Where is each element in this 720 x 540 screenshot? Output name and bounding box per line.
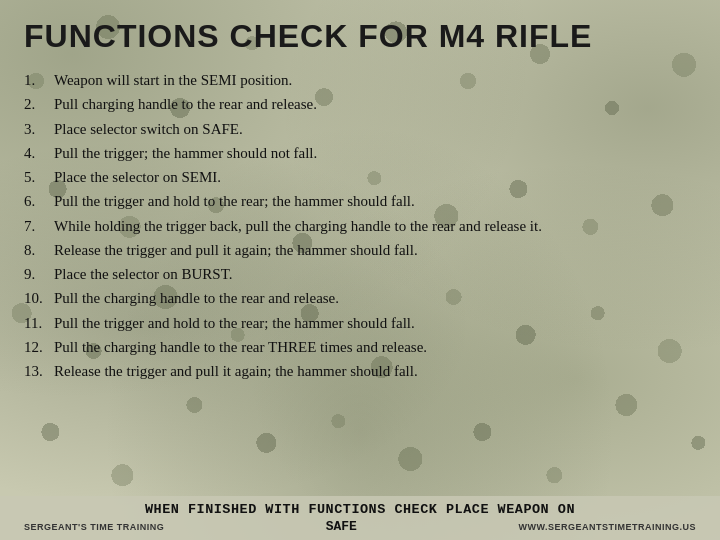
list-item: 9.Place the selector on BURST. xyxy=(24,263,696,286)
step-text: Release the trigger and pull it again; t… xyxy=(54,239,696,262)
footer-bottom-row: SERGEANT'S TIME TRAINING SAFE WWW.SERGEA… xyxy=(24,519,696,534)
step-number: 1. xyxy=(24,69,54,92)
page-title: FUNCTIONS CHECK FOR M4 RIFLE xyxy=(24,18,696,55)
list-item: 1.Weapon will start in the SEMI position… xyxy=(24,69,696,92)
step-text: Place the selector on SEMI. xyxy=(54,166,696,189)
list-item: 12.Pull the charging handle to the rear … xyxy=(24,336,696,359)
footer-safe: SAFE xyxy=(326,519,357,534)
footer: WHEN FINISHED WITH FUNCTIONS CHECK PLACE… xyxy=(0,496,720,540)
step-number: 11. xyxy=(24,312,54,335)
step-number: 12. xyxy=(24,336,54,359)
step-text: Pull the charging handle to the rear and… xyxy=(54,287,696,310)
step-text: Weapon will start in the SEMI position. xyxy=(54,69,696,92)
step-text: Place selector switch on SAFE. xyxy=(54,118,696,141)
step-number: 6. xyxy=(24,190,54,213)
footer-logo-left: SERGEANT'S TIME TRAINING xyxy=(24,522,164,532)
list-item: 3.Place selector switch on SAFE. xyxy=(24,118,696,141)
list-item: 13.Release the trigger and pull it again… xyxy=(24,360,696,383)
step-text: Pull the trigger and hold to the rear; t… xyxy=(54,190,696,213)
list-item: 8.Release the trigger and pull it again;… xyxy=(24,239,696,262)
step-number: 8. xyxy=(24,239,54,262)
step-text: Place the selector on BURST. xyxy=(54,263,696,286)
step-text: Pull charging handle to the rear and rel… xyxy=(54,93,696,116)
step-number: 7. xyxy=(24,215,54,238)
list-item: 2.Pull charging handle to the rear and r… xyxy=(24,93,696,116)
step-number: 13. xyxy=(24,360,54,383)
step-number: 5. xyxy=(24,166,54,189)
list-item: 11.Pull the trigger and hold to the rear… xyxy=(24,312,696,335)
step-number: 2. xyxy=(24,93,54,116)
list-item: 7.While holding the trigger back, pull t… xyxy=(24,215,696,238)
footer-line1: WHEN FINISHED WITH FUNCTIONS CHECK PLACE… xyxy=(24,502,696,517)
footer-logo-right: WWW.SERGEANTSTIMETRAINING.US xyxy=(519,522,697,532)
list-item: 6.Pull the trigger and hold to the rear;… xyxy=(24,190,696,213)
main-content: FUNCTIONS CHECK FOR M4 RIFLE 1.Weapon wi… xyxy=(0,0,720,394)
list-item: 4.Pull the trigger; the hammer should no… xyxy=(24,142,696,165)
step-number: 4. xyxy=(24,142,54,165)
step-number: 10. xyxy=(24,287,54,310)
step-text: Pull the charging handle to the rear THR… xyxy=(54,336,696,359)
step-text: Pull the trigger; the hammer should not … xyxy=(54,142,696,165)
step-text: Release the trigger and pull it again; t… xyxy=(54,360,696,383)
step-number: 9. xyxy=(24,263,54,286)
steps-list: 1.Weapon will start in the SEMI position… xyxy=(24,69,696,383)
list-item: 10.Pull the charging handle to the rear … xyxy=(24,287,696,310)
list-item: 5.Place the selector on SEMI. xyxy=(24,166,696,189)
step-text: Pull the trigger and hold to the rear; t… xyxy=(54,312,696,335)
step-number: 3. xyxy=(24,118,54,141)
step-text: While holding the trigger back, pull the… xyxy=(54,215,696,238)
